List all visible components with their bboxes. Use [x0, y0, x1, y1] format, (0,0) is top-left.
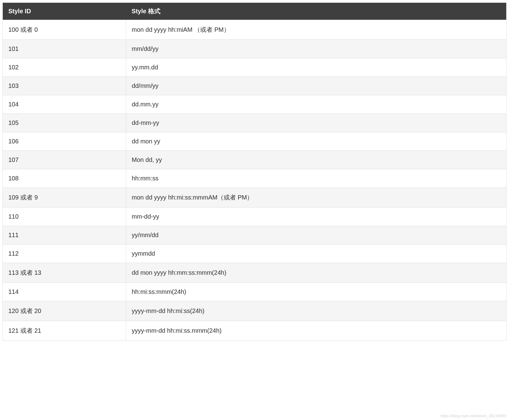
table-row: 114 hh:mi:ss:mmm(24h): [3, 283, 507, 301]
cell-style-format: dd mon yy: [126, 132, 507, 151]
table-row: 121 或者 21 yyyy-mm-dd hh:mi:ss.mmm(24h): [3, 321, 507, 341]
cell-style-format: dd-mm-yy: [126, 114, 507, 132]
header-style-format: Style 格式: [126, 3, 507, 20]
cell-style-id: 120 或者 20: [3, 301, 126, 321]
cell-style-id: 112: [3, 245, 126, 263]
table-row: 109 或者 9 mon dd yyyy hh:mi:ss:mmmAM（或者 P…: [3, 188, 507, 208]
table-row: 113 或者 13 dd mon yyyy hh:mm:ss:mmm(24h): [3, 263, 507, 283]
cell-style-id: 101: [3, 40, 126, 58]
table-row: 110 mm-dd-yy: [3, 208, 507, 226]
cell-style-id: 113 或者 13: [3, 263, 126, 283]
cell-style-format: dd/mm/yy: [126, 77, 507, 95]
cell-style-id: 103: [3, 77, 126, 95]
cell-style-format: mon dd yyyy hh:miAM （或者 PM）: [126, 20, 507, 40]
cell-style-format: hh:mm:ss: [126, 169, 507, 188]
cell-style-format: mm-dd-yy: [126, 208, 507, 226]
cell-style-format: yyyy-mm-dd hh:mi:ss.mmm(24h): [126, 321, 507, 341]
cell-style-id: 111: [3, 226, 126, 245]
cell-style-id: 110: [3, 208, 126, 226]
table-row: 108 hh:mm:ss: [3, 169, 507, 188]
cell-style-id: 104: [3, 95, 126, 114]
cell-style-format: dd mon yyyy hh:mm:ss:mmm(24h): [126, 263, 507, 283]
cell-style-id: 107: [3, 151, 126, 169]
cell-style-id: 109 或者 9: [3, 188, 126, 208]
cell-style-format: yymmdd: [126, 245, 507, 263]
cell-style-format: yy/mm/dd: [126, 226, 507, 245]
table-row: 112 yymmdd: [3, 245, 507, 263]
table-row: 102 yy.mm.dd: [3, 58, 507, 77]
cell-style-format: yyyy-mm-dd hh:mi:ss(24h): [126, 301, 507, 321]
table-row: 120 或者 20 yyyy-mm-dd hh:mi:ss(24h): [3, 301, 507, 321]
cell-style-format: mm/dd/yy: [126, 40, 507, 58]
table-row: 105 dd-mm-yy: [3, 114, 507, 132]
cell-style-id: 121 或者 21: [3, 321, 126, 341]
cell-style-id: 114: [3, 283, 126, 301]
cell-style-format: mon dd yyyy hh:mi:ss:mmmAM（或者 PM）: [126, 188, 507, 208]
table-row: 103 dd/mm/yy: [3, 77, 507, 95]
table-row: 107 Mon dd, yy: [3, 151, 507, 169]
cell-style-format: Mon dd, yy: [126, 151, 507, 169]
table-row: 101 mm/dd/yy: [3, 40, 507, 58]
table-row: 104 dd.mm.yy: [3, 95, 507, 114]
cell-style-id: 102: [3, 58, 126, 77]
table-row: 100 或者 0 mon dd yyyy hh:miAM （或者 PM）: [3, 20, 507, 40]
style-format-table: Style ID Style 格式 100 或者 0 mon dd yyyy h…: [2, 2, 507, 341]
table-header-row: Style ID Style 格式: [3, 3, 507, 20]
cell-style-id: 108: [3, 169, 126, 188]
table-row: 111 yy/mm/dd: [3, 226, 507, 245]
cell-style-id: 106: [3, 132, 126, 151]
cell-style-format: dd.mm.yy: [126, 95, 507, 114]
cell-style-id: 100 或者 0: [3, 20, 126, 40]
header-style-id: Style ID: [3, 3, 126, 20]
cell-style-id: 105: [3, 114, 126, 132]
cell-style-format: hh:mi:ss:mmm(24h): [126, 283, 507, 301]
cell-style-format: yy.mm.dd: [126, 58, 507, 77]
table-row: 106 dd mon yy: [3, 132, 507, 151]
